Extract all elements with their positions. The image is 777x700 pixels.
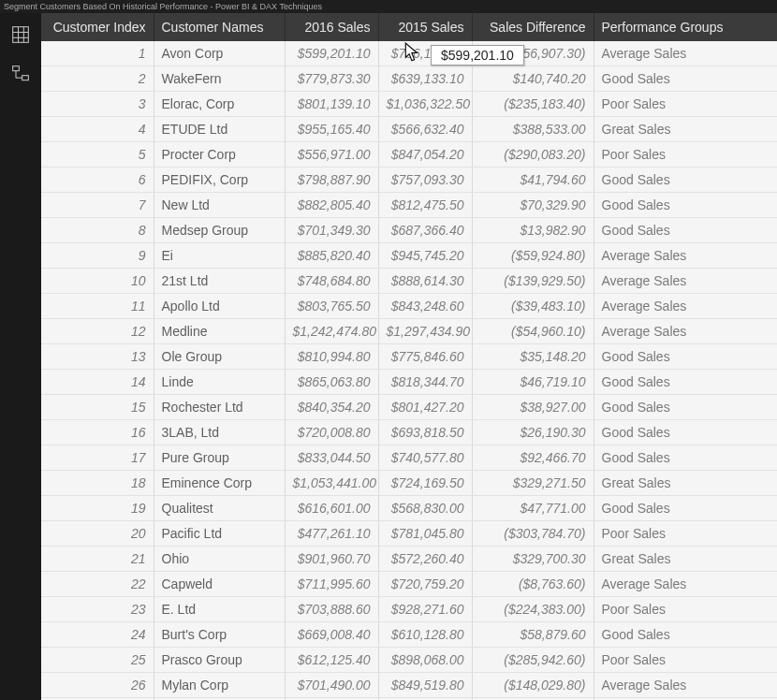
cell-perf: Good Sales [594,66,777,92]
cell-name: Pure Group [154,445,285,471]
cell-diff: ($54,960.10) [472,319,594,344]
cell-diff: $140,740.20 [472,66,594,92]
table-row[interactable]: 5Procter Corp$556,971.00$847,054.20($290… [41,142,777,168]
table-row[interactable]: 24Burt's Corp$669,008.40$610,128.80$58,8… [41,622,777,648]
table-row[interactable]: 22Capweld$711,995.60$720,759.20($8,763.6… [41,572,777,597]
table-row[interactable]: 14Linde$865,063.80$818,344.70$46,719.10G… [41,370,777,395]
table-row[interactable]: 2WakeFern$779,873.30$639,133.10$140,740.… [41,66,777,92]
cell-diff: $26,190.30 [472,420,594,445]
table-row[interactable]: 19Qualitest$616,601.00$568,830.00$47,771… [41,496,777,521]
col-header-perf[interactable]: Performance Groups [594,13,777,41]
table-row[interactable]: 3Elorac, Corp$801,139.10$1,036,322.50($2… [41,92,777,117]
cell-diff: ($290,083.20) [472,142,594,168]
cell-index: 7 [41,193,154,218]
cell-name: Burt's Corp [154,622,285,648]
cell-2016: $616,601.00 [285,496,378,521]
table-row[interactable]: 13Ole Group$810,994.80$775,846.60$35,148… [41,344,777,370]
cell-index: 9 [41,243,154,269]
svg-rect-5 [13,66,20,71]
cell-perf: Good Sales [594,445,777,471]
window-title: Segment Customers Based On Historical Pe… [0,0,777,13]
cell-name: Ohio [154,547,285,572]
table-row[interactable]: 15Rochester Ltd$840,354.20$801,427.20$38… [41,395,777,420]
cell-2016: $612,125.40 [285,648,378,673]
table-row[interactable]: 163LAB, Ltd$720,008.80$693,818.50$26,190… [41,420,777,445]
cell-diff: ($59,924.80) [472,243,594,269]
table-row[interactable]: 4ETUDE Ltd$955,165.40$566,632.40$388,533… [41,117,777,142]
cell-2015: $818,344.70 [378,370,472,395]
cell-2015: $849,519.80 [378,673,472,698]
table-row[interactable]: 23E. Ltd$703,888.60$928,271.60($224,383.… [41,597,777,622]
table-row[interactable]: 11Apollo Ltd$803,765.50$843,248.60($39,4… [41,294,777,319]
cell-2015: $928,271.60 [378,597,472,622]
table-row[interactable]: 21Ohio$901,960.70$572,260.40$329,700.30G… [41,547,777,572]
cell-2016: $703,888.60 [285,597,378,622]
table-row[interactable]: 1021st Ltd$748,684.80$888,614.30($139,92… [41,269,777,294]
cell-name: Avon Corp [154,41,285,66]
cell-index: 20 [41,521,154,547]
table-row[interactable]: 26Mylan Corp$701,490.00$849,519.80($148,… [41,673,777,698]
col-header-2015[interactable]: 2015 Sales [378,13,472,41]
cell-2016: $865,063.80 [285,370,378,395]
cell-2015: $775,846.60 [378,344,472,370]
col-header-2016[interactable]: 2016 Sales [285,13,378,41]
cell-diff: ($8,763.60) [472,572,594,597]
report-view-icon[interactable] [10,24,31,45]
cell-index: 12 [41,319,154,344]
cell-index: 4 [41,117,154,142]
table-row[interactable]: 20Pacific Ltd$477,261.10$781,045.80($303… [41,521,777,547]
col-header-name[interactable]: Customer Names [154,13,285,41]
cell-perf: Good Sales [594,496,777,521]
cell-index: 26 [41,673,154,698]
table-row[interactable]: 7New Ltd$882,805.40$812,475.50$70,329.90… [41,193,777,218]
table-row[interactable]: 25Prasco Group$612,125.40$898,068.00($28… [41,648,777,673]
table-row[interactable]: 6PEDIFIX, Corp$798,887.90$757,093.30$41,… [41,168,777,193]
table-row[interactable]: 12Medline$1,242,474.80$1,297,434.90($54,… [41,319,777,344]
table-row[interactable]: 1Avon Corp$599,201.10$756,108.40($156,90… [41,41,777,66]
cell-name: Ole Group [154,344,285,370]
cell-perf: Poor Sales [594,597,777,622]
table-header-row: Customer Index Customer Names 2016 Sales… [41,13,777,41]
data-table[interactable]: Customer Index Customer Names 2016 Sales… [41,13,777,700]
cell-name: Qualitest [154,496,285,521]
table-row[interactable]: 18Eminence Corp$1,053,441.00$724,169.50$… [41,471,777,496]
cell-2015: $740,577.80 [378,445,472,471]
cell-2015: $1,036,322.50 [378,92,472,117]
cell-2015: $781,045.80 [378,521,472,547]
col-header-diff[interactable]: Sales Difference [472,13,594,41]
model-view-icon[interactable] [10,64,31,84]
cell-diff: ($285,942.60) [472,648,594,673]
cell-diff: $58,879.60 [472,622,594,648]
col-header-index[interactable]: Customer Index [41,13,154,41]
table-row[interactable]: 8Medsep Group$701,349.30$687,366.40$13,9… [41,218,777,243]
cell-index: 10 [41,269,154,294]
cell-index: 8 [41,218,154,243]
cell-diff: $46,719.10 [472,370,594,395]
table-row[interactable]: 17Pure Group$833,044.50$740,577.80$92,46… [41,445,777,471]
cell-perf: Good Sales [594,218,777,243]
cell-2016: $669,008.40 [285,622,378,648]
cell-2016: $801,139.10 [285,92,378,117]
cell-2015: $568,830.00 [378,496,472,521]
table-row[interactable]: 9Ei$885,820.40$945,745.20($59,924.80)Ave… [41,243,777,269]
cell-diff: $388,533.00 [472,117,594,142]
cell-2015: $724,169.50 [378,471,472,496]
cell-perf: Poor Sales [594,142,777,168]
cell-perf: Good Sales [594,168,777,193]
cell-index: 2 [41,66,154,92]
cell-perf: Poor Sales [594,648,777,673]
cell-name: Pacific Ltd [154,521,285,547]
cell-diff: ($148,029.80) [472,673,594,698]
app-window: Segment Customers Based On Historical Pe… [0,0,777,700]
cell-2015: $888,614.30 [378,269,472,294]
cell-diff: $329,700.30 [472,547,594,572]
cell-2015: $639,133.10 [378,66,472,92]
cell-name: New Ltd [154,193,285,218]
cell-2016: $711,995.60 [285,572,378,597]
cell-2015: $847,054.20 [378,142,472,168]
cell-2016: $779,873.30 [285,66,378,92]
view-sidebar [0,13,41,700]
cell-perf: Great Sales [594,547,777,572]
cell-2015: $566,632.40 [378,117,472,142]
cell-index: 25 [41,648,154,673]
